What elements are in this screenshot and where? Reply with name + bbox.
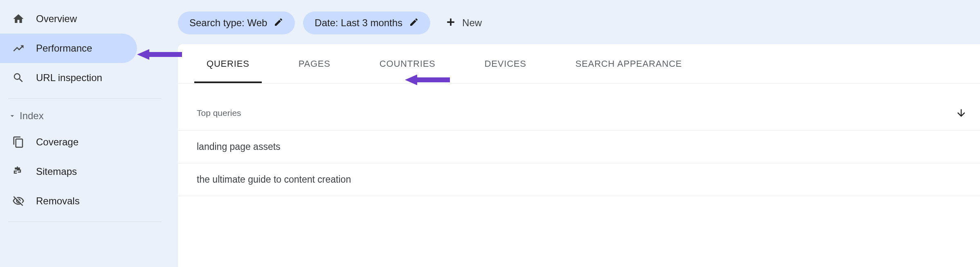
table-header-top-queries[interactable]: Top queries [197,108,241,118]
sidebar-item-label: Removals [36,195,80,207]
tab-row: QUERIES PAGES COUNTRIES DEVICES SEARCH A… [178,44,980,84]
filter-bar: Search type: Web Date: Last 3 months New [178,6,980,44]
pencil-icon [274,17,283,29]
tab-search-appearance[interactable]: SEARCH APPEARANCE [563,44,695,83]
sidebar-section-title: Index [20,110,44,122]
sidebar-item-overview[interactable]: Overview [0,4,170,34]
search-icon [12,72,25,84]
main-content: Search type: Web Date: Last 3 months New [170,0,980,267]
results-card: QUERIES PAGES COUNTRIES DEVICES SEARCH A… [178,44,980,267]
filter-chip-search-type[interactable]: Search type: Web [178,11,295,34]
tab-queries[interactable]: QUERIES [194,44,262,83]
sidebar-item-label: URL inspection [36,72,102,84]
sidebar-item-url-inspection[interactable]: URL inspection [0,63,170,93]
pages-icon [12,136,25,148]
sidebar-section-index[interactable]: Index [0,104,170,127]
sidebar-item-coverage[interactable]: Coverage [0,127,170,157]
table-row[interactable]: the ultimate guide to content creation [178,163,980,196]
sidebar: Overview Performance URL inspection Inde… [0,0,170,267]
pencil-icon [409,17,419,29]
filter-chip-label: Search type: Web [189,17,267,29]
new-filter-button[interactable]: New [438,12,488,34]
sidebar-item-label: Overview [36,13,77,25]
sitemap-icon [12,165,25,178]
filter-chip-date[interactable]: Date: Last 3 months [303,11,430,34]
table-row[interactable]: landing page assets [178,131,980,163]
sidebar-item-performance[interactable]: Performance [0,34,137,63]
sidebar-item-label: Sitemaps [36,166,77,177]
visibility-off-icon [12,195,25,207]
sidebar-item-removals[interactable]: Removals [0,186,170,216]
tab-pages[interactable]: PAGES [286,44,343,83]
divider [8,222,162,222]
new-filter-label: New [462,17,482,29]
caret-down-icon [8,112,16,120]
tab-devices[interactable]: DEVICES [472,44,539,83]
plus-icon [445,16,456,29]
table-header-row: Top queries [178,96,980,131]
sidebar-item-label: Coverage [36,136,79,148]
divider [8,98,162,99]
tab-countries[interactable]: COUNTRIES [367,44,448,83]
filter-chip-label: Date: Last 3 months [315,17,402,29]
home-icon [12,13,25,25]
arrow-down-icon[interactable] [955,107,967,119]
sidebar-item-sitemaps[interactable]: Sitemaps [0,157,170,186]
sidebar-item-label: Performance [36,43,92,54]
trending-icon [12,42,25,54]
